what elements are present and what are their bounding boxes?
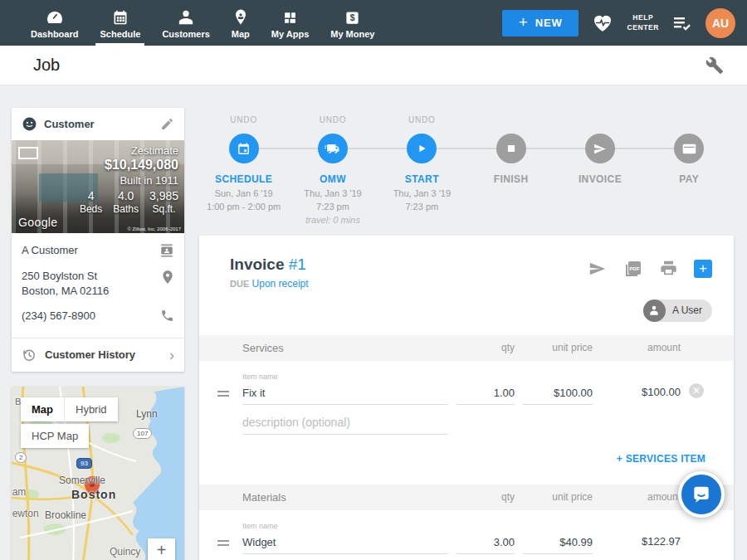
customer-address: 250 Boylston St Boston, MA 02116 [22, 269, 109, 298]
streetview-expand-icon[interactable] [18, 147, 38, 159]
service-name-input[interactable] [242, 383, 448, 405]
material-price-input[interactable] [523, 533, 593, 554]
undo-omw-button[interactable]: UNDO [320, 115, 347, 134]
help-center-link[interactable]: HELP CENTER [627, 13, 659, 32]
materials-title: Materials [242, 491, 448, 504]
zestimate-label: Zestimate [80, 144, 178, 157]
invoice-due: DUE Upon receipt [230, 278, 309, 290]
google-watermark: Google [18, 216, 58, 229]
add-invoice-button[interactable]: + [694, 260, 712, 278]
customer-name-row: A Customer [22, 243, 174, 258]
invoice-send-icon[interactable] [585, 134, 615, 163]
col-qty: qty [456, 342, 515, 353]
schedule-step-icon[interactable] [229, 134, 259, 163]
customer-contact-info: A Customer 250 Boylston St Boston, MA 02… [12, 233, 184, 338]
customer-name: A Customer [22, 243, 78, 258]
property-photo: Zestimate $10,149,080 Built in 1911 4 Be… [12, 140, 184, 233]
assignee-chip[interactable]: A User [643, 299, 712, 322]
nav-my-money-label: My Money [330, 29, 374, 39]
customer-phone-row: (234) 567-8900 [22, 309, 174, 324]
chat-bubble-icon [691, 484, 712, 505]
undo-start-button[interactable]: UNDO [408, 115, 436, 134]
nav-my-apps-label: My Apps [271, 29, 309, 39]
nav-customers[interactable]: Customers [151, 0, 220, 46]
customer-history-row[interactable]: Customer History › [12, 338, 184, 372]
remove-service-item-button[interactable]: ✕ [689, 383, 704, 398]
left-sidebar: Customer Zestimate $10,149,080 Built in … [12, 108, 184, 560]
timeline-step-start: UNDO START Thu, Jan 3 '19 7:23 pm [378, 115, 466, 227]
location-pin-icon[interactable] [161, 269, 174, 285]
new-button[interactable]: + NEW [502, 10, 579, 37]
topbar-right: + NEW HELP CENTER AU [502, 0, 747, 46]
invoice-header: Invoice #1 DUE Upon receipt PDF [199, 236, 734, 290]
customer-address-row: 250 Boylston St Boston, MA 02116 [22, 269, 174, 298]
baths-stat: 4.0 Baths [113, 189, 139, 215]
invoice-title: Invoice #1 [230, 256, 309, 274]
map-label-brookline: Brookline [45, 509, 86, 521]
contact-card-icon[interactable] [159, 243, 174, 258]
chat-support-button[interactable] [678, 471, 725, 518]
timeline-step-finish: FINISH [466, 115, 555, 227]
nav-schedule[interactable]: Schedule [89, 0, 151, 46]
property-stats: 4 Beds 4.0 Baths 3,985 Sq.ft. [80, 189, 178, 215]
nav-map-label: Map [232, 29, 250, 39]
service-description-input[interactable] [242, 413, 448, 435]
finish-stop-icon[interactable] [496, 134, 526, 163]
customer-card: Customer Zestimate $10,149,080 Built in … [12, 108, 184, 372]
photo-copyright: © Zillow, Inc. 2006-2017 [128, 226, 181, 231]
nav-schedule-label: Schedule [100, 29, 140, 39]
help-center-line1: HELP [627, 13, 659, 22]
i93-shield: 93 [76, 458, 92, 469]
main-nav: Dashboard Schedule Customers Map My Apps [0, 0, 385, 46]
service-price-input[interactable] [523, 383, 593, 405]
material-qty-input[interactable] [456, 533, 515, 554]
services-title: Services [242, 342, 448, 354]
pay-card-icon[interactable] [674, 134, 704, 163]
phone-icon[interactable] [160, 309, 174, 323]
add-service-row: + SERVICES ITEM [199, 435, 734, 481]
pdf-icon[interactable]: PDF [623, 259, 643, 279]
page-header: Job [0, 46, 747, 85]
job-tools-icon[interactable] [706, 56, 724, 75]
nav-map[interactable]: Map [221, 0, 261, 46]
assignee-avatar-icon [643, 299, 666, 322]
nav-dashboard[interactable]: Dashboard [20, 0, 89, 46]
map-pin-icon [233, 7, 248, 26]
omw-truck-icon[interactable] [318, 134, 348, 163]
map-type-buttons: Map Hybrid [21, 397, 118, 421]
nav-dashboard-label: Dashboard [31, 29, 78, 39]
hcp-map-button[interactable]: HCP Map [21, 424, 89, 448]
services-header-band: Services qty unit price amount [199, 335, 734, 361]
edit-pencil-icon[interactable] [160, 117, 174, 131]
material-name-input[interactable] [242, 533, 448, 554]
add-services-item-link[interactable]: + SERVICES ITEM [617, 453, 706, 465]
due-label: DUE [230, 279, 249, 289]
map-zoom-in-button[interactable]: + [148, 538, 175, 560]
send-invoice-icon[interactable] [588, 260, 608, 278]
map-type-hybrid-button[interactable]: Hybrid [64, 397, 118, 421]
drag-handle[interactable] [212, 391, 234, 405]
col-amount: amount [601, 342, 681, 353]
activity-list-icon[interactable] [672, 15, 692, 32]
start-play-icon[interactable] [407, 134, 437, 163]
job-timeline: UNDO SCHEDULE Sun, Jan 6 '19 1:00 pm - 2… [199, 115, 734, 227]
route-2-shield: 2 [15, 452, 27, 463]
health-heart-icon[interactable] [592, 13, 613, 33]
service-qty-input[interactable] [456, 383, 515, 405]
assignee-name: A User [672, 304, 702, 316]
drag-handle[interactable] [212, 540, 234, 554]
user-avatar[interactable]: AU [706, 8, 735, 38]
main-area: UNDO SCHEDULE Sun, Jan 6 '19 1:00 pm - 2… [199, 95, 734, 560]
materials-header-band: Materials qty unit price amount [199, 485, 734, 510]
service-amount: $100.00 [601, 386, 681, 405]
undo-schedule-button[interactable]: UNDO [230, 115, 257, 134]
print-icon[interactable] [659, 260, 678, 278]
customer-card-title: Customer [44, 118, 154, 130]
due-terms-link[interactable]: Upon receipt [252, 278, 309, 290]
map-type-map-button[interactable]: Map [21, 397, 64, 421]
customers-icon [177, 7, 195, 26]
map-widget[interactable]: Burlington Lynn 107 2 93 Somerville ham … [12, 387, 184, 560]
nav-my-apps[interactable]: My Apps [261, 0, 320, 46]
svg-text:$: $ [350, 13, 355, 22]
nav-my-money[interactable]: $ My Money [320, 0, 385, 46]
